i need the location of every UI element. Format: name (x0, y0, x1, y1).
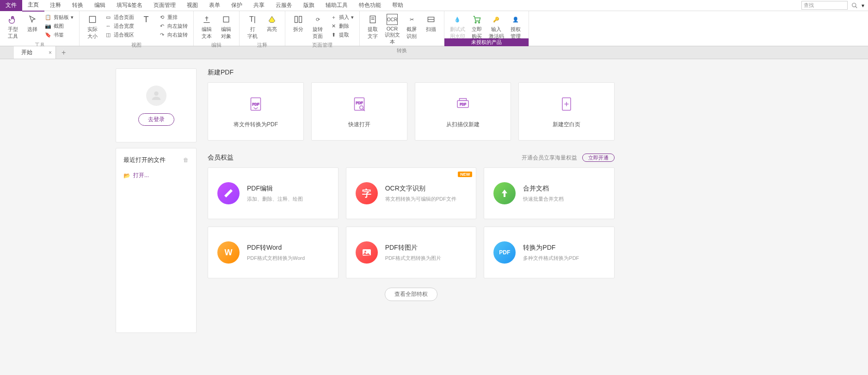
license-manage-button[interactable]: 👤 授权 管理 (506, 13, 525, 41)
svg-point-18 (360, 105, 363, 109)
rotate-right-button[interactable]: ↷向右旋转 (156, 31, 190, 39)
feature-merge[interactable]: 合并文档快速批量合并文档 (484, 167, 615, 219)
feature-ocr[interactable]: NEW 字 OCR文字识别将文档转换为可编辑的PDF文件 (346, 167, 477, 219)
clipboard-icon: 📋 (44, 13, 52, 21)
delete-icon: ✕ (330, 22, 337, 30)
activation-code-button[interactable]: 🔑 输入 激活码 (487, 13, 505, 41)
feature-pdf-to-word[interactable]: W PDF转WordPDF格式文档转换为Word (208, 227, 339, 278)
pdf-convert-icon: PDF (246, 95, 265, 113)
tab-special[interactable]: 特色功能 (353, 0, 387, 11)
tab-share[interactable]: 共享 (248, 0, 270, 11)
watermark-icon: 💧 (452, 14, 463, 25)
recent-files-card: 最近打开的文件 🗑 📂 打开... (116, 148, 197, 333)
svg-rect-2 (89, 16, 95, 22)
extract-text-button[interactable]: 提取 文字 (363, 13, 382, 41)
fit-visible-icon: ◫ (105, 31, 112, 38)
quick-open-card[interactable]: PDF 快速打开 (311, 82, 407, 141)
open-membership-button[interactable]: 立即开通 (582, 154, 615, 162)
scan-button[interactable]: 扫描 (422, 13, 440, 34)
rotate-page-button[interactable]: ⟳ 旋转 页面 (308, 13, 327, 41)
rotate-left-icon: ↶ (158, 22, 166, 30)
reflow-button[interactable]: ⟲重排 (156, 13, 190, 21)
select-button[interactable]: 选择 (23, 13, 42, 34)
group-view-label: 视图 (83, 41, 190, 49)
rotate-left-button[interactable]: ↶向左旋转 (156, 22, 190, 30)
gear-user-icon: 👤 (510, 14, 521, 25)
tab-fillsign[interactable]: 填写&签名 (111, 0, 148, 11)
feature-to-pdf[interactable]: PDF 转换为PDF多种文件格式转换为PDF (484, 227, 615, 278)
extract-page-button[interactable]: ⬆提取 (328, 31, 356, 39)
view-all-button[interactable]: 查看全部特权 (385, 288, 437, 301)
svg-line-1 (856, 6, 857, 8)
svg-point-12 (479, 22, 480, 23)
cursor-icon (27, 14, 38, 25)
insert-page-button[interactable]: ＋插入 ▾ (328, 13, 356, 21)
tab-edit[interactable]: 编辑 (89, 0, 111, 11)
actual-size-button[interactable]: 实际 大小 (83, 13, 102, 41)
word-icon: W (217, 241, 240, 264)
buy-button[interactable]: 立即 购买 (468, 13, 486, 41)
ocr-button[interactable]: OCR OCR 识别文本 (383, 13, 401, 46)
fit-visible-button[interactable]: ◫适合视区 (103, 31, 136, 39)
split-button[interactable]: 拆分 (289, 13, 308, 34)
tab-help[interactable]: 帮助 (387, 0, 409, 11)
pencil-icon (217, 182, 240, 204)
hand-icon (7, 14, 18, 25)
edit-object-button[interactable]: 编辑 对象 (217, 13, 235, 41)
hand-tool-button[interactable]: 手型 工具 (4, 13, 22, 41)
edit-text-button[interactable]: 编辑 文本 (197, 13, 216, 41)
screenshot-ocr-button[interactable]: ✂ 截屏 识别 (402, 13, 421, 41)
tab-view[interactable]: 视图 (181, 0, 203, 11)
tab-convert[interactable]: 转换 (67, 0, 89, 11)
fit-width-button[interactable]: ↔适合宽度 (103, 22, 136, 30)
bookmark-button[interactable]: 🔖书签 (43, 31, 75, 39)
scan-icon (425, 14, 437, 25)
blank-page-card[interactable]: 新建空白页 (518, 82, 615, 141)
login-button[interactable]: 去登录 (138, 113, 174, 126)
open-file-button[interactable]: 📂 打开... (123, 172, 189, 179)
doc-tab-start[interactable]: 开始 × (14, 46, 56, 59)
search-icon[interactable] (851, 2, 858, 9)
rotate-right-icon: ↷ (158, 31, 166, 38)
clipboard-button[interactable]: 📋剪贴板 ▾ (43, 13, 75, 21)
tab-file[interactable]: 文件 (0, 0, 22, 11)
tab-form[interactable]: 表单 (203, 0, 226, 11)
new-tab-button[interactable]: + (56, 49, 71, 57)
tab-cloud[interactable]: 云服务 (270, 0, 298, 11)
tab-plugin[interactable]: 版旗 (298, 0, 320, 11)
extract-icon: ⬆ (330, 31, 337, 38)
feature-pdf-edit[interactable]: PDF编辑添加、删除、注释、绘图 (208, 167, 339, 219)
typewriter-icon: T| (247, 14, 258, 25)
typewriter-button[interactable]: T| 打 字机 (243, 13, 262, 41)
pdf-search-icon: PDF (350, 95, 369, 113)
fit-width-icon: ↔ (105, 22, 112, 30)
scanner-icon: PDF (454, 95, 472, 113)
merge-icon (493, 182, 516, 204)
feature-pdf-to-image[interactable]: PDF转图片PDF格式文档转换为图片 (346, 227, 477, 278)
minimize-ribbon-icon[interactable]: ▾ (862, 2, 864, 9)
from-scanner-card[interactable]: PDF 从扫描仪新建 (415, 82, 511, 141)
text-viewer-button[interactable]: T (137, 13, 155, 32)
license-banner: 未授权的产品 (444, 38, 529, 46)
trash-icon[interactable]: 🗑 (183, 157, 189, 163)
tab-protect[interactable]: 保护 (226, 0, 248, 11)
svg-rect-4 (295, 16, 298, 22)
svg-point-27 (364, 251, 366, 252)
highlight-button[interactable]: 高亮 (263, 13, 281, 34)
screenshot-button[interactable]: 📷截图 (43, 22, 75, 30)
fit-page-button[interactable]: ▭适合页面 (103, 13, 136, 21)
svg-rect-3 (223, 17, 229, 22)
delete-page-button[interactable]: ✕删除 (328, 22, 356, 30)
tab-page[interactable]: 页面管理 (148, 0, 181, 11)
tab-home[interactable]: 主页 (22, 0, 44, 12)
close-icon[interactable]: × (49, 49, 52, 56)
edit-object-icon (221, 14, 232, 25)
reflow-icon: ⟲ (158, 13, 166, 21)
tab-helper[interactable]: 辅助工具 (320, 0, 353, 11)
search-input[interactable]: 查找 (801, 1, 848, 10)
watermark-button[interactable]: 💧 删试式 用水印 (448, 13, 467, 41)
blank-page-icon (557, 95, 576, 113)
tab-annotate[interactable]: 注释 (44, 0, 67, 11)
member-hint: 开通会员立享海量权益 (522, 154, 577, 161)
convert-to-pdf-card[interactable]: PDF 将文件转换为PDF (208, 82, 304, 141)
